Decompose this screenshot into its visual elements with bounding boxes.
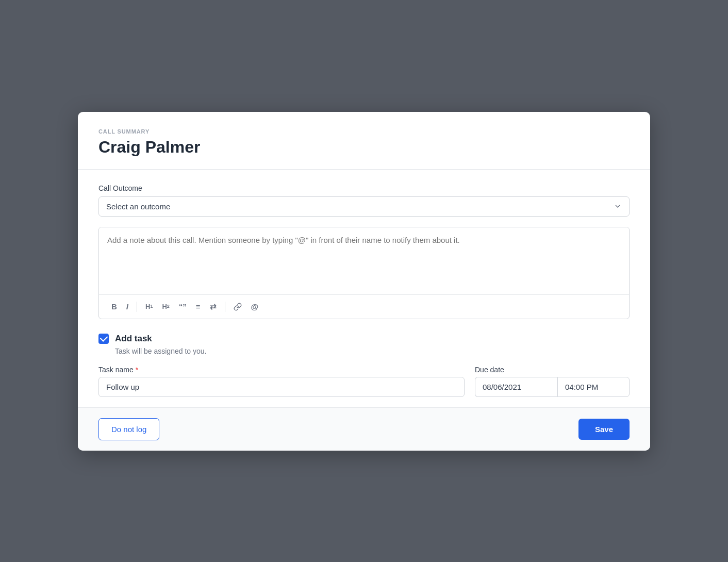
toolbar-divider-1 xyxy=(137,302,137,312)
add-task-header: Add task xyxy=(98,334,630,344)
bullet-list-button[interactable]: ≡ xyxy=(192,300,205,313)
task-name-group: Task name * xyxy=(98,366,465,397)
due-date-label: Due date xyxy=(475,366,630,374)
modal-header: CALL SUMMARY Craig Palmer xyxy=(78,112,650,170)
due-date-group: Due date xyxy=(475,366,630,397)
do-not-log-button[interactable]: Do not log xyxy=(98,418,159,440)
italic-button[interactable]: I xyxy=(122,300,133,313)
call-outcome-label: Call Outcome xyxy=(98,184,630,192)
call-outcome-group: Call Outcome Select an outcome xyxy=(98,184,630,217)
due-date-input[interactable] xyxy=(475,377,557,397)
add-task-checkbox[interactable] xyxy=(98,334,109,344)
note-editor: B I H1 H2 “” ≡ ⇄ xyxy=(98,227,630,319)
due-time-input[interactable] xyxy=(557,377,630,397)
call-outcome-select[interactable]: Select an outcome xyxy=(98,196,630,217)
note-toolbar: B I H1 H2 “” ≡ ⇄ xyxy=(99,294,629,319)
modal-subtitle: CALL SUMMARY xyxy=(98,128,630,135)
task-fields: Task name * Due date xyxy=(98,366,630,397)
required-star: * xyxy=(136,366,138,374)
h1-button[interactable]: H1 xyxy=(141,301,157,312)
ordered-list-button[interactable]: ⇄ xyxy=(206,300,221,313)
bold-button[interactable]: B xyxy=(107,300,121,313)
task-assigned-note: Task will be assigned to you. xyxy=(115,347,630,355)
modal-body: Call Outcome Select an outcome B I H1 xyxy=(78,170,650,407)
due-date-fields xyxy=(475,377,630,397)
add-task-section: Add task Task will be assigned to you. T… xyxy=(98,329,630,397)
add-task-label: Add task xyxy=(115,334,152,344)
modal-title: Craig Palmer xyxy=(98,138,630,157)
mention-button[interactable]: @ xyxy=(247,300,263,313)
call-summary-modal: CALL SUMMARY Craig Palmer Call Outcome S… xyxy=(78,112,650,451)
link-icon xyxy=(234,303,242,311)
note-textarea[interactable] xyxy=(99,227,629,294)
link-button[interactable] xyxy=(229,300,246,313)
modal-footer: Do not log Save xyxy=(78,407,650,451)
h2-button[interactable]: H2 xyxy=(158,301,173,312)
save-button[interactable]: Save xyxy=(578,419,630,440)
quote-button[interactable]: “” xyxy=(175,300,191,313)
task-name-input[interactable] xyxy=(98,377,465,397)
task-name-label: Task name * xyxy=(98,366,465,374)
toolbar-divider-2 xyxy=(225,302,225,312)
